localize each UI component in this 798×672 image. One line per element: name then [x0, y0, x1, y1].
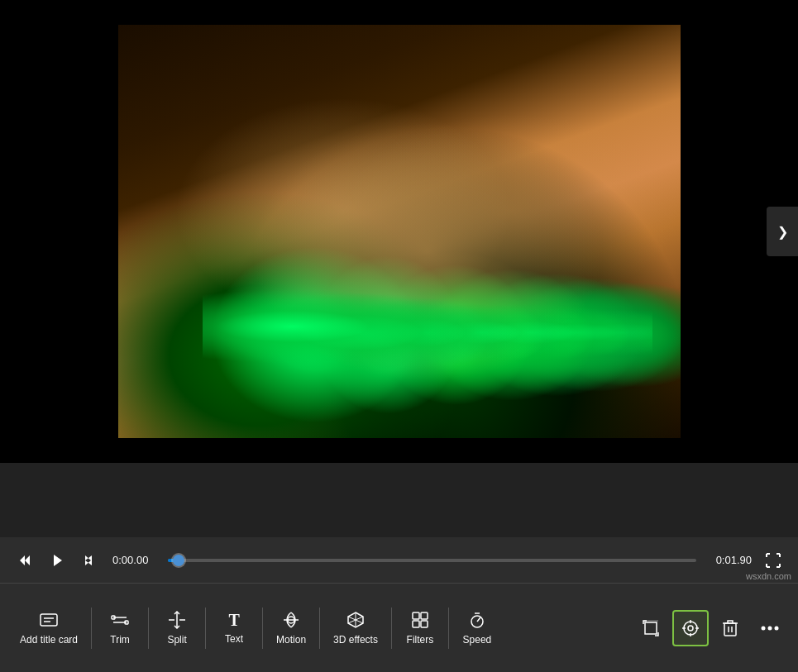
end-time: 0:01.90	[706, 554, 752, 566]
speed-label: Speed	[463, 634, 492, 646]
divider-1	[91, 608, 92, 649]
svg-rect-21	[413, 621, 419, 627]
video-frame	[118, 25, 681, 438]
toolbar: Add title card Trim Split	[0, 583, 798, 672]
motion-label: Motion	[276, 634, 306, 646]
svg-marker-2	[85, 555, 92, 565]
divider-2	[148, 608, 149, 649]
svg-point-40	[775, 626, 779, 630]
divider-7	[448, 608, 449, 649]
svg-marker-1	[54, 555, 62, 566]
progress-bar[interactable]	[168, 559, 696, 562]
svg-rect-35	[724, 623, 736, 636]
tool-motion[interactable]: Motion	[266, 595, 316, 661]
timeline-area	[0, 463, 798, 537]
tool-filters[interactable]: Filters	[395, 595, 445, 661]
divider-3	[205, 608, 206, 649]
skip-forward-button[interactable]	[79, 549, 103, 572]
trim-label: Trim	[110, 634, 130, 646]
3d-effects-label: 3D effects	[333, 634, 378, 646]
add-title-card-label: Add title card	[20, 634, 78, 646]
svg-marker-0	[20, 555, 30, 565]
more-options-icon	[761, 626, 779, 631]
3d-effects-icon	[346, 611, 365, 629]
more-options-button[interactable]	[752, 610, 788, 646]
divider-5	[319, 608, 320, 649]
svg-point-38	[762, 626, 766, 630]
speed-icon	[468, 611, 486, 629]
skip-forward-icon	[84, 554, 98, 567]
playback-bar: 0:00.00 0:01.90	[0, 537, 798, 583]
play-icon	[51, 554, 65, 567]
motion-icon	[282, 611, 300, 629]
split-label: Split	[167, 634, 186, 646]
crop-icon	[642, 619, 660, 637]
svg-point-28	[684, 622, 697, 635]
divider-4	[262, 608, 263, 649]
svg-point-39	[768, 626, 772, 630]
rewind-button[interactable]	[13, 549, 36, 572]
fullscreen-icon	[766, 553, 781, 568]
progress-thumb	[173, 555, 184, 566]
split-icon	[168, 611, 186, 629]
filters-label: Filters	[407, 634, 434, 646]
video-container	[0, 0, 798, 463]
delete-icon	[722, 619, 738, 637]
svg-point-29	[688, 626, 693, 631]
next-clip-button[interactable]	[767, 207, 798, 256]
svg-rect-20	[421, 612, 428, 619]
add-title-card-icon	[40, 611, 58, 629]
current-time: 0:00.00	[112, 554, 158, 566]
crop-button[interactable]	[633, 610, 669, 646]
filters-icon	[411, 611, 429, 629]
stabilize-button[interactable]	[672, 610, 709, 646]
tool-split[interactable]: Split	[152, 595, 202, 661]
rewind-icon	[18, 554, 31, 567]
fullscreen-button[interactable]	[762, 549, 785, 572]
toolbar-right	[633, 610, 788, 646]
stabilize-icon	[681, 619, 700, 637]
tool-text[interactable]: T Text	[209, 595, 259, 661]
watermark: wsxdn.com	[746, 571, 791, 581]
text-label: Text	[225, 633, 243, 645]
play-button[interactable]	[46, 549, 69, 572]
svg-rect-3	[41, 614, 57, 626]
tool-speed[interactable]: Speed	[452, 595, 502, 661]
tool-add-title-card[interactable]: Add title card	[10, 595, 88, 661]
divider-6	[391, 608, 392, 649]
tool-trim[interactable]: Trim	[95, 595, 145, 661]
trim-icon	[111, 611, 129, 629]
led-glow	[203, 252, 652, 376]
delete-button[interactable]	[712, 610, 748, 646]
svg-rect-27	[645, 622, 657, 634]
video-overlay	[118, 25, 681, 438]
text-icon: T	[228, 612, 239, 628]
svg-rect-19	[413, 612, 419, 619]
tool-3d-effects[interactable]: 3D effects	[323, 595, 388, 661]
svg-line-24	[477, 617, 480, 622]
svg-rect-22	[421, 621, 428, 627]
